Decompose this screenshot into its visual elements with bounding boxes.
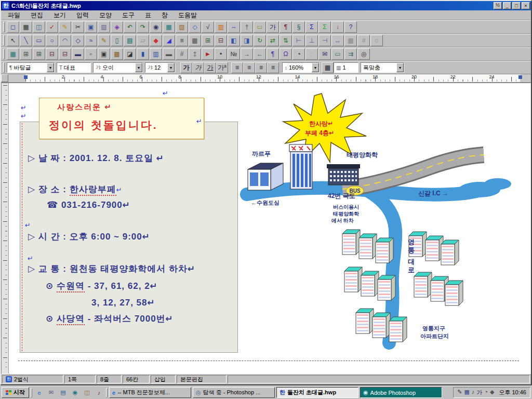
- endnote-icon[interactable]: ‡: [189, 48, 201, 60]
- launch-outlook-icon[interactable]: ✉: [46, 388, 57, 398]
- launch-desktop-icon[interactable]: ▤: [58, 388, 69, 398]
- pacific-chemical-building[interactable]: [327, 164, 360, 185]
- table-grid-button[interactable]: ▦: [322, 62, 334, 73]
- curve-icon[interactable]: ≈: [85, 35, 97, 46]
- quick-correct-icon[interactable]: ✎: [59, 21, 71, 33]
- footnote-icon[interactable]: †: [241, 21, 253, 33]
- dropdown-arrow-icon[interactable]: ▾: [396, 63, 404, 72]
- ungroup-icon[interactable]: ⊟: [215, 35, 227, 46]
- invite-line-bus2[interactable]: ⊙ 사당역 - 좌석버스 7000번↵: [46, 313, 174, 325]
- view-zoom-icon[interactable]: ◎: [357, 48, 370, 60]
- invite-line-time[interactable]: ▷ 시 간 : 오후 6:00 ~ 9:00↵: [28, 231, 150, 243]
- apartment-cluster-d[interactable]: [414, 272, 463, 305]
- table-create-icon[interactable]: ▦: [7, 48, 19, 60]
- vertical-text-box-icon[interactable]: ▤: [124, 35, 136, 46]
- insert-row-icon[interactable]: ⊞: [20, 48, 32, 60]
- copy-icon[interactable]: ▣: [85, 21, 97, 33]
- superscript-button[interactable]: 가ª: [216, 62, 228, 73]
- apartment-cluster-a[interactable]: [342, 230, 393, 263]
- menu-help[interactable]: 도움말: [174, 10, 202, 21]
- margin-marker-right[interactable]: [518, 75, 522, 79]
- hwp-app-icon[interactable]: 한: [2, 2, 9, 9]
- invite-line-bus1[interactable]: ⊙ 수원역 - 37, 61, 62, 2↵: [46, 280, 158, 292]
- line-color-icon[interactable]: ◢: [163, 35, 175, 46]
- underline-button[interactable]: 가: [204, 62, 216, 73]
- menu-table[interactable]: 표: [140, 10, 156, 21]
- launch-ie-icon[interactable]: e: [34, 388, 45, 398]
- para-shape-icon[interactable]: ¶: [280, 21, 292, 33]
- dropdown-arrow-icon[interactable]: ▾: [167, 63, 175, 72]
- toolbar-grip[interactable]: [3, 49, 5, 59]
- task-explore-photoshop[interactable]: ◎탐색 중 - Photoshop ...: [193, 387, 275, 398]
- invite-line-phone[interactable]: ☎ 031-216-7900↵: [47, 200, 130, 210]
- find-icon[interactable]: ◉: [150, 21, 162, 33]
- group-icon[interactable]: ⊞: [202, 35, 214, 46]
- rep-style-combo[interactable]: T 대표: [57, 62, 91, 73]
- distribute-objects-icon[interactable]: ↔: [331, 35, 344, 46]
- toolbar-grip[interactable]: [3, 62, 5, 73]
- split-cell-icon[interactable]: ▫: [85, 48, 97, 60]
- invite-line-location[interactable]: ▷ 장 소 : 한사랑부페↵: [28, 183, 123, 195]
- calc-icon[interactable]: Σ: [318, 21, 331, 33]
- header-footer-icon[interactable]: ▬: [163, 48, 175, 60]
- invite-line-transport[interactable]: ▷ 교 통 : 원천동 태평양화학에서 하차↵: [28, 263, 195, 275]
- align-right-button[interactable]: ≡: [267, 62, 279, 73]
- memo-icon[interactable]: ▭: [254, 21, 266, 33]
- start-button[interactable]: 시작: [2, 387, 29, 398]
- input-method-badge[interactable]: ½: [494, 2, 502, 9]
- print-icon[interactable]: ▦: [20, 21, 32, 33]
- bus-note-line3[interactable]: 에서 하차: [331, 218, 354, 223]
- cell-background-icon[interactable]: ▩: [111, 48, 123, 60]
- minimize-button[interactable]: _: [503, 2, 511, 9]
- menu-view[interactable]: 보기: [49, 10, 71, 21]
- envelope-icon[interactable]: ✉: [318, 48, 331, 60]
- vertical-ruler[interactable]: [2, 83, 9, 374]
- indent-marker-left[interactable]: [24, 75, 28, 79]
- map-illustration[interactable]: 한사랑↵ 부페 4층↵ 까르푸: [235, 88, 531, 371]
- align-left-button[interactable]: ≡: [243, 62, 255, 73]
- paragraph-mark-icon[interactable]: ¶: [267, 48, 279, 60]
- watermark-icon[interactable]: ◌: [305, 48, 318, 60]
- tray-volume-icon[interactable]: ♪: [472, 389, 475, 396]
- bus-note-line2[interactable]: 태평양화학: [333, 211, 359, 217]
- dropdown-arrow-icon[interactable]: ▾: [135, 63, 142, 72]
- bus-note-line1[interactable]: 버스이용시: [333, 204, 359, 210]
- sum-icon[interactable]: Σ: [305, 21, 318, 33]
- drawing-object-icon[interactable]: ◇: [189, 21, 201, 33]
- dropdown-arrow-icon[interactable]: ▾: [312, 63, 319, 72]
- carrefour-label[interactable]: 까르푸: [252, 150, 271, 157]
- zoom-fit-combo[interactable]: 폭맞춤 ▾: [361, 62, 404, 73]
- rectangle-icon[interactable]: ▭: [33, 35, 45, 46]
- hyperlink-icon[interactable]: ⇔: [228, 21, 240, 33]
- cell-border-icon[interactable]: ▣: [98, 48, 110, 60]
- equation-icon[interactable]: √: [202, 21, 214, 33]
- pacific-chemical-label[interactable]: 태평양화학: [347, 151, 378, 158]
- grid-icon[interactable]: ▦: [344, 35, 357, 46]
- mail-merge-icon[interactable]: ⇉: [344, 48, 357, 60]
- delete-column-icon[interactable]: ⊟: [59, 48, 71, 60]
- zoom-page-icon[interactable]: ◻: [7, 21, 19, 33]
- undo-icon[interactable]: ↶: [124, 21, 136, 33]
- invitation-text-box[interactable]: ▷ 날 짜 : 2001. 12. 8. 토요일 ↵ ▷ 장 소 : 한사랑부페…: [20, 122, 238, 353]
- tray-ime-icon[interactable]: 가: [476, 389, 482, 396]
- suwon-direction-label[interactable]: ←수원도심: [251, 200, 280, 206]
- line-style-icon[interactable]: ≡: [176, 35, 188, 46]
- invite-line-date[interactable]: ▷ 날 짜 : 2001. 12. 8. 토요일 ↵: [28, 152, 164, 164]
- tab-type-button[interactable]: [1, 74, 8, 82]
- menu-format[interactable]: 모양: [95, 10, 116, 21]
- align-center-button[interactable]: ≡: [255, 62, 267, 73]
- shadow-icon[interactable]: ▩: [189, 35, 201, 46]
- char-shape-icon[interactable]: 가: [267, 21, 279, 33]
- line-icon[interactable]: ╲: [20, 35, 32, 46]
- picture-icon[interactable]: ▧: [176, 21, 188, 33]
- multi-column-icon[interactable]: ▥: [150, 48, 162, 60]
- tray-pen-icon[interactable]: ✎: [457, 389, 462, 396]
- menu-input[interactable]: 입력: [72, 10, 94, 21]
- special-char-icon[interactable]: Ω: [280, 48, 292, 60]
- columns-combo[interactable]: ▥ 1: [334, 62, 358, 73]
- menu-file[interactable]: 파일: [3, 10, 25, 21]
- font-size-combo[interactable]: 갸 12 ▾: [145, 62, 175, 73]
- task-hwp-document[interactable]: 한돌잔치 초대글.hwp: [276, 387, 358, 398]
- indent-increase-icon[interactable]: →: [241, 48, 253, 60]
- tray-schedule-icon[interactable]: ◔: [484, 389, 488, 396]
